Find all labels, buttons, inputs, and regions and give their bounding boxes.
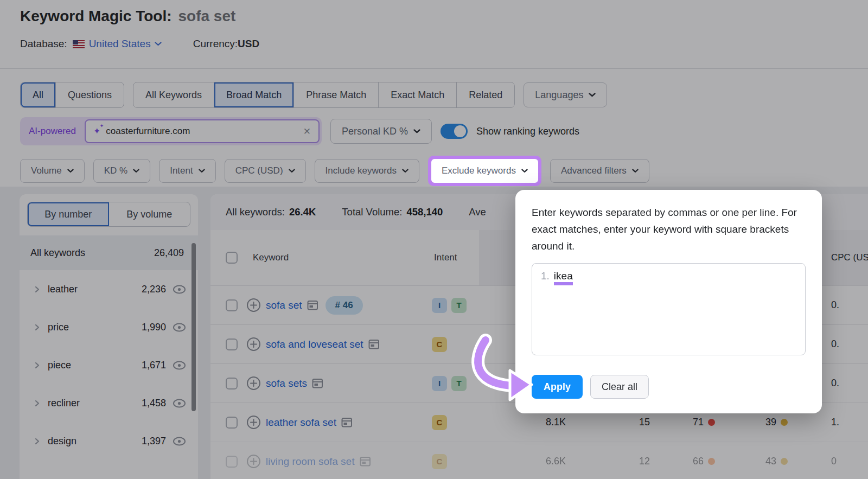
popup-instructions: Enter keywords separated by commas or on… [532,204,806,254]
popup-buttons: Apply Clear all [532,375,806,399]
excluded-keyword-entry: ikea [554,270,573,285]
line-number: 1. [541,270,550,282]
exclude-keywords-textarea[interactable]: 1.ikea [532,263,806,355]
chevron-down-icon [521,169,528,173]
exclude-keywords-popup: Enter keywords separated by commas or on… [515,190,822,413]
keyword-magic-tool-screen: Keyword Magic Tool:sofa set Database: Un… [0,0,868,479]
exclude-keywords-highlight: Exclude keywords [428,156,541,186]
exclude-keywords-dropdown[interactable]: Exclude keywords [431,159,538,183]
clear-all-button[interactable]: Clear all [590,375,649,399]
apply-button[interactable]: Apply [532,375,583,399]
exclude-keywords-label: Exclude keywords [442,165,516,176]
